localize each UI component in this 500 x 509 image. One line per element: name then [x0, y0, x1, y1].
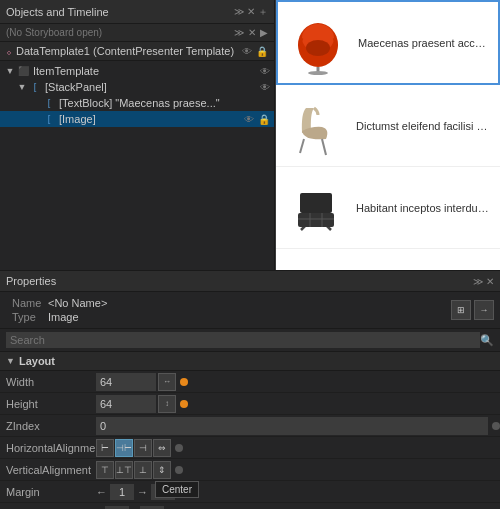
valign-buttons: ⊤ ⊥⊤ ⊥ ⇕ — [96, 461, 171, 479]
layout-arrow: ▼ — [6, 356, 15, 366]
new-element-icon[interactable]: ⊞ — [451, 300, 471, 320]
height-row: Height ↕ — [0, 393, 500, 415]
datatemplate-lock-icon[interactable]: 🔒 — [256, 46, 268, 57]
datatemplate-row: ⬦ DataTemplate1 (ContentPresenter Templa… — [0, 42, 274, 61]
lounge-chair-svg — [286, 93, 346, 158]
properties-panel: Properties ≫ ✕ Name <No Name> Type Image… — [0, 270, 500, 509]
tree-area: ▼ ⬛ ItemTemplate 👁 ▼ [ [StackPanel] 👁 [ … — [0, 61, 274, 270]
type-line: Type Image — [6, 310, 439, 324]
svg-point-2 — [306, 40, 330, 56]
type-value: Image — [48, 311, 79, 323]
lock-image[interactable]: 🔒 — [258, 114, 274, 125]
preview-item-1[interactable]: Maecenas praesent accumsa — [276, 0, 500, 85]
margin-top-input[interactable] — [105, 506, 129, 510]
layout-section-header[interactable]: ▼ Layout — [0, 352, 500, 371]
margin-label: Margin — [6, 486, 96, 498]
preview-text-3: Habitant inceptos interdum i — [356, 202, 490, 214]
margin-row: Margin ← → — [0, 481, 500, 503]
height-expand-icon[interactable]: ↕ — [158, 395, 176, 413]
objects-panel: Objects and Timeline ≫ ✕ ＋ (No Storyboar… — [0, 0, 275, 270]
margin-right-arrow: → — [137, 486, 148, 498]
svg-line-5 — [300, 139, 304, 153]
tree-item-itemtemplate[interactable]: ▼ ⬛ ItemTemplate 👁 — [0, 63, 274, 79]
prop-pin-icon[interactable]: ✕ — [486, 276, 494, 287]
center-tooltip: Center — [155, 481, 199, 498]
storyboard-label: (No Storyboard open) — [6, 27, 102, 38]
valign-stretch-btn[interactable]: ⇕ — [153, 461, 171, 479]
add-icon[interactable]: ＋ — [258, 5, 268, 19]
zindex-input[interactable] — [96, 417, 488, 435]
arrow-itemtemplate: ▼ — [4, 66, 16, 76]
search-icon: 🔍 — [480, 334, 494, 347]
navigate-icon[interactable]: → — [474, 300, 494, 320]
halign-row: HorizontalAlignme... ⊢ ⊣⊢ ⊣ ⇔ — [0, 437, 500, 459]
objects-panel-icons: ≫ ✕ ＋ — [234, 5, 268, 19]
halign-left-btn[interactable]: ⊢ — [96, 439, 114, 457]
search-row: 🔍 — [0, 329, 500, 352]
type-label: Type — [12, 311, 48, 323]
storyboard-icon3[interactable]: ▶ — [260, 27, 268, 38]
width-value-area: ↔ — [96, 373, 500, 391]
valign-bottom-btn[interactable]: ⊥ — [134, 461, 152, 479]
name-type-section: Name <No Name> Type Image ⊞ → — [0, 292, 500, 329]
width-input[interactable] — [96, 373, 156, 391]
arrow-stackpanel: ▼ — [16, 82, 28, 92]
label-textblock: [TextBlock] "Maecenas praese..." — [59, 97, 274, 109]
pin-icon[interactable]: ✕ — [247, 6, 255, 17]
halign-buttons: ⊢ ⊣⊢ ⊣ ⇔ — [96, 439, 171, 457]
datatemplate-eye-icon[interactable]: 👁 — [242, 46, 252, 57]
eye-itemtemplate[interactable]: 👁 — [260, 66, 274, 77]
collapse-icon[interactable]: ≫ — [234, 6, 244, 17]
halign-right-btn[interactable]: ⊣ — [134, 439, 152, 457]
name-label: Name — [12, 297, 48, 309]
width-dot[interactable] — [180, 378, 188, 386]
name-line: Name <No Name> — [6, 296, 439, 310]
height-input[interactable] — [96, 395, 156, 413]
prop-collapse-icon[interactable]: ≫ — [473, 276, 483, 287]
margin-bottom-input[interactable] — [140, 506, 164, 510]
tree-item-textblock[interactable]: [ [TextBlock] "Maecenas praese..." — [0, 95, 274, 111]
search-input[interactable] — [6, 332, 480, 348]
properties-header-icons: ≫ ✕ — [473, 276, 494, 287]
storyboard-icon1[interactable]: ≫ — [234, 27, 244, 38]
preview-img-2 — [286, 93, 346, 158]
svg-rect-9 — [298, 213, 334, 227]
valign-dot[interactable] — [175, 466, 183, 474]
label-itemtemplate: ItemTemplate — [33, 65, 260, 77]
halign-dot[interactable] — [175, 444, 183, 452]
width-expand-icon[interactable]: ↔ — [158, 373, 176, 391]
objects-panel-title: Objects and Timeline — [6, 6, 109, 18]
storyboard-icon2[interactable]: ✕ — [248, 27, 256, 38]
preview-scroll[interactable]: Maecenas praesent accumsa — [276, 0, 500, 270]
svg-point-4 — [308, 71, 328, 75]
preview-item-4[interactable]: Nascetur pharetra placerat p — [276, 249, 500, 270]
preview-panel: Maecenas praesent accumsa — [275, 0, 500, 270]
icon-image: [ — [42, 112, 56, 126]
eye-stackpanel[interactable]: 👁 — [260, 82, 274, 93]
tree-item-stackpanel[interactable]: ▼ [ [StackPanel] 👁 — [0, 79, 274, 95]
halign-label: HorizontalAlignme... — [6, 442, 96, 454]
layout-title: Layout — [19, 355, 55, 367]
objects-panel-header: Objects and Timeline ≫ ✕ ＋ — [0, 0, 274, 24]
svg-rect-10 — [300, 193, 332, 213]
eye-image[interactable]: 👁 — [244, 114, 258, 125]
halign-center-btn[interactable]: ⊣⊢ — [115, 439, 133, 457]
halign-stretch-btn[interactable]: ⇔ — [153, 439, 171, 457]
name-type-icons: ⊞ → — [445, 294, 500, 326]
width-row: Width ↔ — [0, 371, 500, 393]
storyboard-bar: (No Storyboard open) ≫ ✕ ▶ — [0, 24, 274, 42]
valign-top-btn[interactable]: ⊤ — [96, 461, 114, 479]
zindex-dot[interactable] — [492, 422, 500, 430]
valign-label: VerticalAlignment — [6, 464, 96, 476]
preview-item-2[interactable]: Dictumst eleifend facilisi fau — [276, 85, 500, 167]
icon-stackpanel: [ — [28, 80, 42, 94]
margin-tb-row: ↑ ↓ — [0, 503, 500, 509]
margin-left-input[interactable] — [110, 484, 134, 500]
valign-center-btn[interactable]: ⊥⊤ — [115, 461, 133, 479]
zindex-value-area — [96, 417, 500, 435]
halign-value-area: ⊢ ⊣⊢ ⊣ ⇔ — [96, 439, 500, 457]
tree-item-image[interactable]: [ [Image] 👁 🔒 — [0, 111, 274, 127]
height-dot[interactable] — [180, 400, 188, 408]
swan-chair-svg — [288, 10, 348, 75]
preview-item-3[interactable]: Habitant inceptos interdum i — [276, 167, 500, 249]
